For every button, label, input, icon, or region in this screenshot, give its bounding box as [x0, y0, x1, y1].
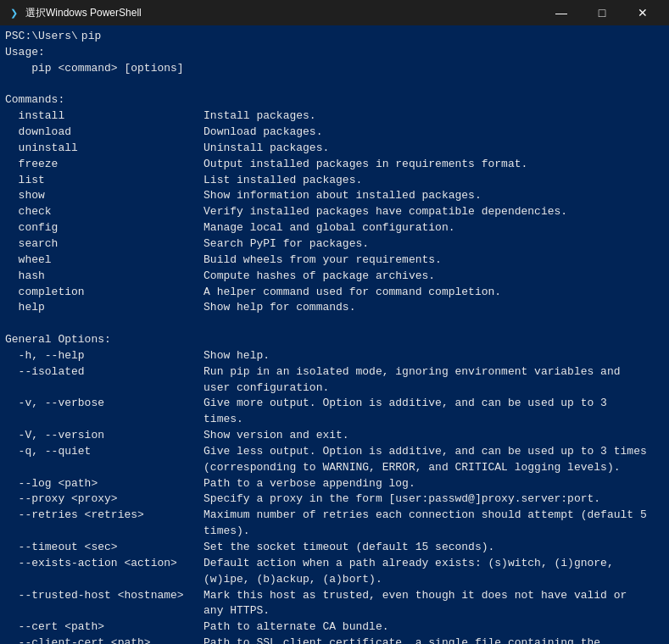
- prompt-ps-1: PS: [5, 29, 19, 45]
- prompt-path-1: C:\Users\: [19, 29, 78, 45]
- title-bar: ❯ 選択Windows PowerShell — □ ✕: [0, 0, 669, 25]
- powershell-icon: ❯: [7, 6, 20, 19]
- prompt-cmd-1: pip: [81, 29, 101, 45]
- terminal-body: PS C:\Users\ pip Usage: pip <command> [o…: [0, 25, 669, 644]
- maximize-button[interactable]: □: [583, 0, 622, 25]
- prompt-line-1: PS C:\Users\ pip: [5, 29, 666, 45]
- minimize-button[interactable]: —: [542, 0, 581, 25]
- window-title: 選択Windows PowerShell: [25, 6, 142, 20]
- terminal-output: Usage: pip <command> [options] Commands:…: [5, 45, 666, 644]
- title-bar-left: ❯ 選択Windows PowerShell: [7, 6, 142, 20]
- title-bar-controls: — □ ✕: [542, 0, 662, 25]
- close-button[interactable]: ✕: [623, 0, 662, 25]
